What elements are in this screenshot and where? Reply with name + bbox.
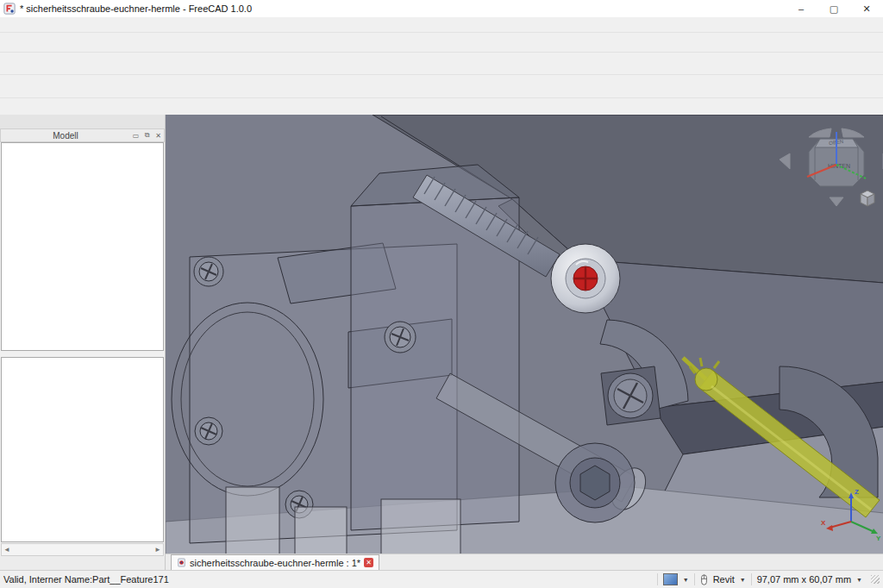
mouse-icon [700, 574, 708, 585]
model-tree [1, 142, 164, 351]
mdi-tab-bar: sicherheitsschraube-euchner-hermle : 1* … [166, 554, 883, 570]
dock-bottom-tabs [0, 556, 165, 570]
nav-style-label[interactable]: Revit [713, 574, 735, 585]
close-button[interactable]: ✕ [850, 0, 883, 17]
hex-socket[interactable] [555, 443, 635, 522]
dock-top-tabs [0, 115, 165, 128]
property-scrollbar[interactable]: ◄► [1, 543, 164, 556]
document-tab-label: sicherheitsschraube-euchner-hermle : 1* [190, 558, 360, 568]
svg-text:Z: Z [855, 488, 859, 496]
float-icon[interactable]: ⧉ [141, 131, 153, 140]
maximize-button[interactable]: ▢ [817, 0, 850, 17]
svg-text:Y: Y [876, 535, 881, 542]
freecad-logo-icon [3, 3, 16, 15]
swatch-dropdown-icon[interactable]: ▼ [683, 577, 689, 583]
toolbar-fasteners-2 [0, 74, 883, 97]
3d-scene[interactable]: OBEN HINTEN [166, 115, 883, 554]
svg-text:X: X [821, 519, 826, 527]
minimize-button[interactable]: – [785, 0, 817, 17]
viewport-dimensions: 97,07 mm x 60,07 mm [757, 574, 851, 585]
window-title: * sicherheitsschraube-euchner-hermle - F… [20, 3, 252, 14]
title-bar: * sicherheitsschraube-euchner-hermle - F… [0, 0, 883, 17]
toolbar-fasteners-1 [0, 52, 883, 74]
dimensions-dropdown-icon[interactable]: ▼ [856, 577, 862, 583]
toolbar-fasteners-3 [0, 97, 883, 115]
3d-viewport[interactable]: OBEN HINTEN [166, 115, 883, 554]
menu-bar [0, 17, 883, 32]
resize-grip[interactable] [871, 575, 880, 584]
dock-splitter[interactable] [0, 351, 165, 357]
document-tab[interactable]: sicherheitsschraube-euchner-hermle : 1* … [171, 554, 379, 570]
left-dock: Modell ▭ ⧉ ✕ ◄► [0, 115, 166, 570]
freecad-window: * sicherheitsschraube-euchner-hermle - F… [0, 0, 883, 588]
panel-title: Modell [1, 131, 130, 141]
tab-close-icon[interactable]: ✕ [364, 558, 373, 567]
color-swatch-button[interactable] [663, 573, 678, 585]
dock-icon[interactable]: ▭ [130, 132, 141, 140]
nav-style-dropdown-icon[interactable]: ▼ [740, 577, 746, 583]
mini-cube-icon[interactable] [861, 191, 874, 206]
pocket-screw[interactable] [601, 366, 661, 425]
status-message: Valid, Interner Name:Part__Feature171 [3, 574, 169, 585]
document-tab-icon [177, 558, 186, 567]
close-panel-icon[interactable]: ✕ [153, 132, 164, 140]
toolbar-standard [0, 32, 883, 52]
status-bar: Valid, Interner Name:Part__Feature171 ▼ … [0, 570, 883, 588]
model-panel-header: Modell ▭ ⧉ ✕ [0, 128, 165, 142]
property-editor[interactable] [1, 357, 164, 542]
